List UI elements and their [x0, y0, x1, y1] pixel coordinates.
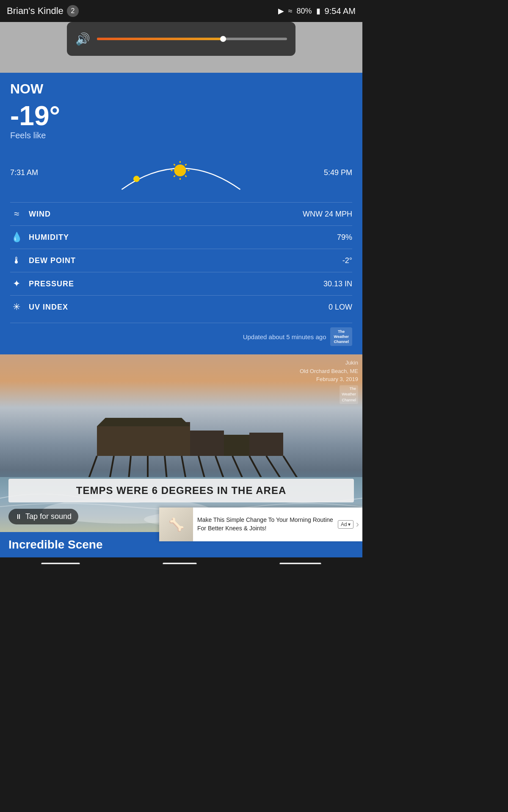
temperature-display: -19°	[10, 101, 352, 131]
humidity-icon: 💧	[10, 232, 23, 243]
location-icon: ▶	[278, 6, 284, 16]
sunset-time: 5:49 PM	[324, 168, 352, 177]
humidity-metric: 💧 HUMIDITY 79%	[10, 225, 352, 249]
uvindex-value: 0 LOW	[329, 303, 352, 312]
svg-point-1	[174, 165, 186, 176]
notification-badge: 2	[67, 5, 79, 17]
weather-section: NOW -19° Feels like 7:31 AM 5:49 PM	[0, 73, 362, 354]
sun-arc-svg	[38, 147, 324, 198]
video-caption-bar: TEMPS WERE 6 DEGREES IN THE AREA	[8, 479, 354, 502]
ad-badge-area: Ad ▾ ›	[338, 519, 362, 530]
volume-slider-overlay[interactable]: 🔊	[67, 22, 295, 56]
sunrise-time: 7:31 AM	[10, 168, 38, 177]
svg-line-17	[110, 456, 114, 479]
svg-line-25	[249, 456, 262, 479]
ad-overlay[interactable]: 🦴 Make This Simple Change To Your Mornin…	[159, 508, 362, 541]
device-name: Brian's Kindle	[7, 5, 64, 16]
pier-svg	[54, 414, 326, 481]
back-button[interactable]: ←	[41, 562, 80, 564]
dewpoint-label: DEW POINT	[29, 256, 76, 265]
volume-icon: 🔊	[75, 32, 90, 46]
status-right: ▶ ≈ 80% ▮ 9:54 AM	[278, 6, 356, 16]
svg-marker-12	[97, 418, 190, 426]
ad-dropdown-icon: ▾	[348, 521, 351, 527]
svg-line-20	[165, 456, 167, 479]
svg-rect-13	[190, 431, 224, 456]
humidity-label: HUMIDITY	[29, 233, 69, 242]
svg-line-7	[174, 176, 175, 177]
weather-channel-logo: TheWeatherChannel	[330, 327, 352, 346]
ad-badge: Ad ▾	[338, 520, 353, 529]
status-left: Brian's Kindle 2	[7, 5, 79, 17]
dewpoint-value: -2°	[342, 256, 352, 265]
status-bar: Brian's Kindle 2 ▶ ≈ 80% ▮ 9:54 AM	[0, 0, 362, 22]
wifi-icon: ≈	[288, 7, 293, 16]
video-credit: Jukin Old Orchard Beach, ME February 3, …	[300, 359, 358, 404]
volume-thumb	[220, 36, 226, 42]
svg-line-9	[174, 164, 175, 165]
svg-line-21	[182, 456, 186, 479]
uvindex-icon: ✳	[10, 302, 23, 313]
video-caption-text: TEMPS WERE 6 DEGREES IN THE AREA	[17, 485, 345, 497]
ad-label: Ad	[341, 521, 347, 527]
svg-line-24	[232, 456, 243, 479]
svg-rect-11	[97, 426, 190, 456]
svg-rect-15	[249, 433, 283, 456]
tap-sound-button[interactable]: ⏸ Tap for sound	[8, 509, 78, 524]
svg-rect-14	[224, 435, 249, 456]
humidity-value: 79%	[337, 233, 352, 242]
incredible-scene-text: Incredible Scene	[8, 538, 103, 551]
updated-row: Updated about 5 minutes ago TheWeatherCh…	[10, 323, 352, 346]
home-button[interactable]: ⌂	[163, 562, 197, 564]
svg-line-8	[185, 176, 187, 177]
pressure-metric: ✦ PRESSURE 30.13 IN	[10, 272, 352, 295]
credit-text: Jukin Old Orchard Beach, ME February 3, …	[300, 359, 358, 384]
svg-line-23	[215, 456, 224, 479]
battery-percent: 80%	[297, 7, 312, 16]
weather-metrics: ≈ WIND WNW 24 MPH 💧 HUMIDITY 79% 🌡 DEW P…	[10, 202, 352, 318]
wind-icon: ≈	[10, 208, 23, 219]
svg-line-16	[88, 456, 97, 479]
svg-line-6	[185, 164, 187, 165]
svg-line-27	[283, 456, 298, 479]
wind-value: WNW 24 MPH	[303, 210, 352, 219]
pressure-value: 30.13 IN	[323, 280, 352, 288]
ad-chevron-icon[interactable]: ›	[356, 519, 359, 530]
uvindex-label: UV INDEX	[29, 303, 68, 312]
ad-text: Make This Simple Change To Your Morning …	[197, 516, 333, 532]
video-section[interactable]: Jukin Old Orchard Beach, ME February 3, …	[0, 354, 362, 532]
tap-sound-label: Tap for sound	[25, 512, 72, 521]
wind-label: WIND	[29, 210, 51, 219]
pressure-label: PRESSURE	[29, 280, 74, 288]
status-time: 9:54 AM	[325, 6, 356, 16]
ad-text-area: Make This Simple Change To Your Morning …	[193, 513, 338, 536]
svg-line-18	[129, 456, 131, 479]
volume-track[interactable]	[97, 38, 287, 40]
bottom-nav: ← ⌂ 🔍	[0, 557, 362, 564]
now-label: NOW	[10, 73, 352, 101]
ad-image: 🦴	[159, 508, 193, 541]
dewpoint-icon: 🌡	[10, 255, 23, 266]
twc-small-logo: TheWeatherChannel	[340, 385, 358, 404]
wind-metric: ≈ WIND WNW 24 MPH	[10, 202, 352, 225]
svg-line-22	[199, 456, 205, 479]
volume-fill	[97, 38, 226, 40]
pause-icon: ⏸	[15, 513, 22, 521]
search-button[interactable]: 🔍	[279, 562, 321, 564]
pressure-icon: ✦	[10, 278, 23, 289]
dewpoint-metric: 🌡 DEW POINT -2°	[10, 249, 352, 272]
svg-point-0	[134, 176, 140, 182]
updated-text: Updated about 5 minutes ago	[243, 333, 326, 340]
svg-line-26	[266, 456, 281, 479]
sun-arc-container: 7:31 AM 5:49 PM	[10, 147, 352, 198]
feels-like-label: Feels like	[10, 131, 352, 140]
battery-icon: ▮	[316, 6, 320, 16]
uvindex-metric: ✳ UV INDEX 0 LOW	[10, 295, 352, 318]
